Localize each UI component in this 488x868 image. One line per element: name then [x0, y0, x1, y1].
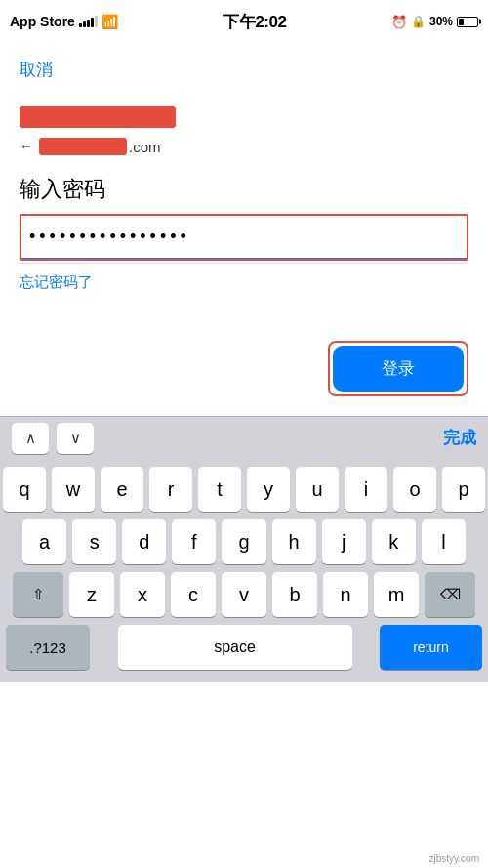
- key-t[interactable]: t: [198, 467, 241, 512]
- key-z[interactable]: z: [69, 572, 114, 617]
- password-input[interactable]: [21, 216, 467, 259]
- email-name-redacted: [39, 138, 127, 155]
- key-j[interactable]: j: [322, 519, 366, 564]
- toolbar-arrows: ∧ ∨: [12, 423, 94, 454]
- login-button[interactable]: 登录: [333, 346, 464, 392]
- key-m[interactable]: m: [374, 572, 419, 617]
- key-return[interactable]: return: [380, 625, 482, 670]
- email-suffix: .com: [129, 139, 161, 155]
- user-name-redacted: [20, 106, 176, 128]
- numbers-label: .?123: [29, 640, 66, 656]
- delete-icon: ⌫: [440, 586, 461, 603]
- status-left: App Store 📶: [10, 14, 118, 29]
- key-x[interactable]: x: [120, 572, 165, 617]
- key-y[interactable]: y: [247, 467, 290, 512]
- keyboard-row-3: ⇧ z x c v b n m ⌫: [3, 572, 485, 617]
- key-k[interactable]: k: [372, 519, 416, 564]
- key-v[interactable]: v: [222, 572, 266, 617]
- key-b[interactable]: b: [272, 572, 317, 617]
- battery-icon: [457, 17, 478, 27]
- login-area: 登录: [20, 341, 468, 396]
- key-h[interactable]: h: [272, 519, 316, 564]
- password-field-wrapper: [20, 214, 468, 261]
- email-redacted: .com: [39, 138, 161, 155]
- keyboard-row-2: a s d f g h j k l: [3, 519, 485, 564]
- key-o[interactable]: o: [393, 467, 436, 512]
- key-s[interactable]: s: [72, 519, 116, 564]
- down-chevron-icon: ∨: [70, 430, 81, 447]
- toolbar-done-button[interactable]: 完成: [443, 427, 476, 449]
- key-p[interactable]: p: [442, 467, 485, 512]
- toolbar-up-arrow[interactable]: ∧: [12, 423, 49, 454]
- main-content: 取消 ← .com 输入密码 忘记密码了 登录: [0, 43, 488, 416]
- key-r[interactable]: r: [149, 467, 192, 512]
- keyboard-row-4: .?123 space return: [3, 625, 485, 670]
- forgot-password-button[interactable]: 忘记密码了: [20, 273, 93, 292]
- signal-icon: [79, 16, 98, 27]
- key-d[interactable]: d: [122, 519, 166, 564]
- key-g[interactable]: g: [222, 519, 265, 564]
- key-u[interactable]: u: [296, 467, 339, 512]
- key-l[interactable]: l: [422, 519, 466, 564]
- keyboard-toolbar: ∧ ∨ 完成: [0, 416, 488, 459]
- toolbar-down-arrow[interactable]: ∨: [57, 423, 94, 454]
- shift-icon: ⇧: [32, 586, 45, 603]
- keyboard-row-1: q w e r t y u i o p: [3, 467, 485, 512]
- cancel-button[interactable]: 取消: [20, 53, 53, 87]
- clock-icon: 🔒: [411, 15, 426, 28]
- key-a[interactable]: a: [22, 519, 66, 564]
- key-delete[interactable]: ⌫: [425, 572, 475, 617]
- key-shift[interactable]: ⇧: [13, 572, 63, 617]
- up-chevron-icon: ∧: [25, 430, 36, 447]
- key-n[interactable]: n: [323, 572, 368, 617]
- battery-label: 30%: [429, 15, 453, 28]
- space-label: space: [214, 639, 256, 656]
- key-space[interactable]: space: [118, 625, 352, 670]
- wifi-icon: 📶: [102, 14, 118, 29]
- back-arrow-icon: ←: [20, 139, 33, 154]
- key-f[interactable]: f: [172, 519, 216, 564]
- key-c[interactable]: c: [171, 572, 216, 617]
- alarm-icon: ⏰: [391, 15, 407, 29]
- password-label: 输入密码: [20, 175, 468, 204]
- key-numbers[interactable]: .?123: [6, 625, 90, 670]
- key-w[interactable]: w: [52, 467, 95, 512]
- email-row: ← .com: [20, 138, 468, 155]
- key-q[interactable]: q: [3, 467, 46, 512]
- key-i[interactable]: i: [345, 467, 387, 512]
- divider: [20, 263, 468, 264]
- watermark: zjbstyy.com: [426, 851, 484, 866]
- status-time: 下午2:02: [223, 11, 286, 33]
- login-button-container: 登录: [328, 341, 468, 396]
- key-e[interactable]: e: [101, 467, 143, 512]
- status-right: ⏰ 🔒 30%: [391, 15, 478, 29]
- status-bar: App Store 📶 下午2:02 ⏰ 🔒 30%: [0, 0, 488, 43]
- keyboard: q w e r t y u i o p a s d f g h j k l ⇧ …: [0, 459, 488, 682]
- app-store-label: App Store: [10, 14, 75, 29]
